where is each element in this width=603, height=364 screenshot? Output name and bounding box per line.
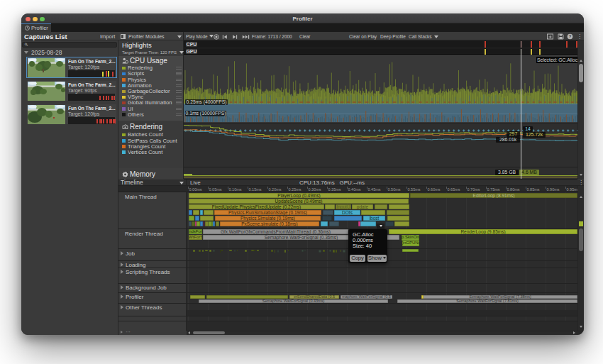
svg-text:?: ? (569, 34, 572, 39)
